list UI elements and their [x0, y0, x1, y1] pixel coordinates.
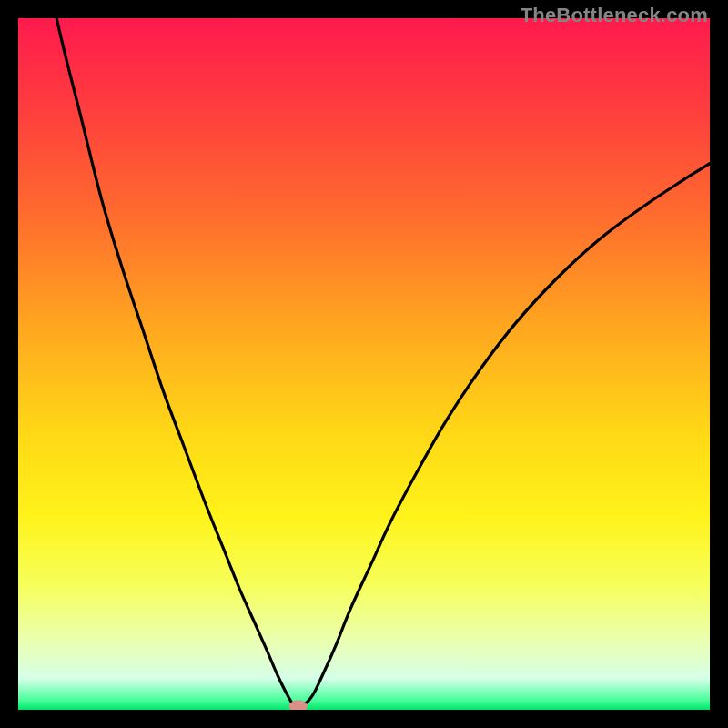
- watermark-text: TheBottleneck.com: [521, 4, 708, 27]
- gradient-background: [18, 18, 710, 710]
- chart-frame: [18, 18, 710, 710]
- bottleneck-chart: [18, 18, 710, 710]
